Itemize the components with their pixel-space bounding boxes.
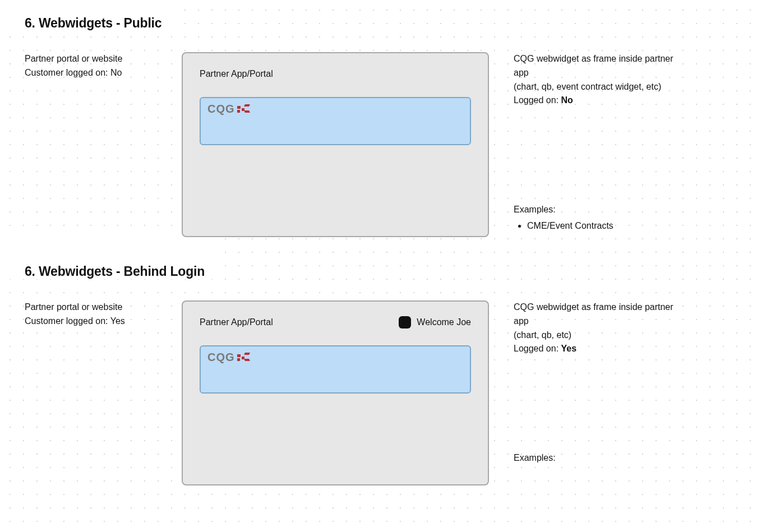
partner-app-panel: Partner App/Portal CQG bbox=[182, 52, 489, 237]
cqg-logo-text: CQG bbox=[207, 351, 235, 364]
left-line-1: Partner portal or website bbox=[25, 52, 182, 66]
left-annotation: Partner portal or website Customer logge… bbox=[25, 300, 182, 329]
logged-label: Logged on: bbox=[514, 344, 561, 353]
panel-header: Partner App/Portal Welcome Joe bbox=[200, 315, 471, 330]
right-line-2: (chart, qb, etc) bbox=[514, 329, 682, 343]
examples-block: Examples: CME/Event Contracts bbox=[514, 203, 682, 233]
center-panel-wrap: Partner App/Portal Welcome Joe CQG bbox=[182, 300, 489, 485]
section-heading: 6. Webwidgets - Public bbox=[0, 0, 173, 31]
examples-label: Examples: bbox=[514, 451, 682, 465]
center-panel-wrap: Partner App/Portal CQG bbox=[182, 52, 489, 237]
panel-title: Partner App/Portal bbox=[200, 317, 273, 327]
examples-label: Examples: bbox=[514, 203, 682, 217]
right-logged-on: Logged on: Yes bbox=[514, 342, 682, 356]
cqg-logo-text: CQG bbox=[207, 103, 235, 115]
partner-app-panel: Partner App/Portal Welcome Joe CQG bbox=[182, 300, 489, 485]
section-public: 6. Webwidgets - Public Partner portal or… bbox=[0, 0, 757, 237]
cqg-widget-frame: CQG bbox=[200, 97, 471, 145]
cqg-widget-frame: CQG bbox=[200, 345, 471, 394]
right-line-1: CQG webwidget as frame inside partner ap… bbox=[514, 300, 682, 329]
panel-title: Partner App/Portal bbox=[200, 69, 273, 79]
example-item: CME/Event Contracts bbox=[527, 219, 682, 233]
cqg-logo: CQG bbox=[207, 351, 463, 364]
logged-value: Yes bbox=[561, 344, 577, 353]
left-line-2: Customer logged on: Yes bbox=[25, 314, 182, 329]
right-line-1: CQG webwidget as frame inside partner ap… bbox=[514, 52, 682, 80]
left-annotation: Partner portal or website Customer logge… bbox=[25, 52, 182, 80]
right-annotation: CQG webwidget as frame inside partner ap… bbox=[514, 300, 682, 465]
right-annotation: CQG webwidget as frame inside partner ap… bbox=[514, 52, 682, 233]
section-behind-login: 6. Webwidgets - Behind Login Partner por… bbox=[0, 237, 757, 485]
user-indicator: Welcome Joe bbox=[399, 316, 471, 329]
cqg-logo-icon bbox=[237, 104, 250, 114]
cqg-logo-icon bbox=[237, 353, 250, 363]
logged-value: No bbox=[561, 95, 573, 105]
examples-list: CME/Event Contracts bbox=[514, 219, 682, 233]
logged-label: Logged on: bbox=[514, 95, 561, 105]
cqg-logo: CQG bbox=[207, 103, 463, 115]
left-line-1: Partner portal or website bbox=[25, 300, 182, 314]
right-line-2: (chart, qb, event contract widget, etc) bbox=[514, 80, 682, 94]
examples-block: Examples: bbox=[514, 451, 682, 465]
right-logged-on: Logged on: No bbox=[514, 94, 682, 108]
section-row: Partner portal or website Customer logge… bbox=[0, 300, 757, 485]
panel-header: Partner App/Portal bbox=[200, 67, 471, 81]
user-avatar-icon bbox=[399, 316, 411, 329]
section-heading: 6. Webwidgets - Behind Login bbox=[0, 237, 216, 279]
left-line-2: Customer logged on: No bbox=[25, 66, 182, 80]
section-row: Partner portal or website Customer logge… bbox=[0, 52, 757, 237]
welcome-text: Welcome Joe bbox=[417, 317, 471, 327]
